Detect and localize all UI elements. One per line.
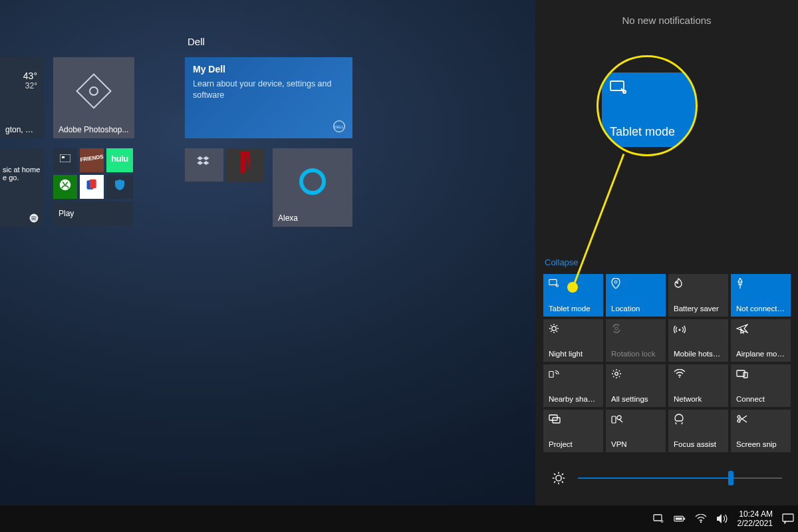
nearby-sharing-icon [549, 368, 598, 379]
app-icon [60, 154, 70, 162]
music-desc: sic at home e go. [3, 166, 40, 182]
alexa-tile[interactable]: Alexa [273, 148, 352, 227]
svg-point-15 [614, 281, 617, 283]
tile-small-solitaire[interactable] [80, 175, 104, 199]
night-light-icon [549, 323, 598, 334]
quick-action-label: Rotation lock [611, 350, 660, 358]
quick-action-network[interactable]: Network [668, 364, 728, 407]
quick-action-vpn[interactable]: VPN [606, 410, 666, 452]
quick-action-label: Mobile hotspot [674, 350, 723, 358]
svg-line-21 [551, 325, 552, 327]
svg-line-45 [562, 473, 563, 475]
vpn-icon [611, 414, 660, 424]
mydell-subtitle: Learn about your device, settings and so… [193, 78, 343, 101]
action-center-icon[interactable] [782, 513, 794, 525]
taskbar-clock[interactable]: 10:24 AM 2/22/2021 [737, 509, 773, 529]
quick-action-label: Night light [549, 350, 598, 358]
weather-location: gton, D.C. [5, 125, 39, 134]
quick-action-project[interactable]: Project [543, 410, 603, 452]
network-icon [674, 368, 723, 379]
quick-action-nearby-sharing[interactable]: Nearby sharing [543, 364, 603, 407]
tray-tablet-icon[interactable] [652, 513, 664, 525]
svg-rect-27 [549, 371, 553, 377]
clock-time: 10:24 AM [737, 509, 773, 519]
svg-line-44 [554, 481, 555, 483]
quick-action-label: Connect [736, 395, 785, 403]
tile-small-friends[interactable]: FRIENDS [80, 148, 104, 172]
quick-action-tablet-mode[interactable]: Tablet mode [543, 274, 603, 317]
mydell-tile[interactable]: My Dell Learn about your device, setting… [185, 57, 352, 138]
svg-point-28 [615, 372, 618, 376]
svg-rect-25 [615, 327, 618, 330]
svg-point-29 [679, 376, 680, 378]
music-tile[interactable]: sic at home e go. [0, 148, 44, 227]
brightness-slider[interactable] [578, 477, 782, 479]
tile-small-xbox[interactable] [53, 175, 77, 199]
cards-icon [85, 178, 98, 192]
svg-rect-50 [675, 517, 682, 520]
play-tile[interactable]: Play [53, 201, 133, 225]
quick-action-screen-snip[interactable]: Screen snip [731, 410, 791, 452]
tile-small-shield[interactable] [106, 175, 133, 199]
brightness-row [535, 456, 798, 505]
quick-action-label: Airplane mode [736, 350, 785, 358]
svg-point-47 [661, 521, 663, 523]
svg-rect-0 [77, 74, 111, 108]
svg-rect-52 [783, 514, 793, 521]
rotation-lock-icon [611, 323, 660, 334]
action-center-panel: No new notifications Tablet mode Collaps… [535, 0, 798, 505]
weather-low: 32° [23, 81, 37, 90]
tablet-mode-zoom-preview: Tablet mode [602, 72, 696, 147]
photoshop-label: Adobe Photoshop... [59, 125, 129, 134]
dropbox-tile[interactable] [185, 148, 223, 182]
svg-point-51 [700, 521, 701, 523]
volume-icon[interactable] [716, 513, 728, 525]
svg-line-42 [554, 473, 555, 475]
quick-action-location[interactable]: Location [606, 274, 666, 317]
tablet-mode-zoom-label: Tablet mode [610, 125, 694, 139]
quick-action-airplane-mode[interactable]: Airplane mode [731, 319, 791, 362]
svg-line-43 [562, 481, 563, 483]
quick-action-not-connected[interactable]: Not connected [731, 274, 791, 317]
friends-icon: FRIENDS [80, 154, 104, 163]
svg-rect-4 [62, 156, 65, 158]
tablet-mode-icon [610, 80, 694, 95]
svg-point-37 [556, 475, 561, 481]
svg-rect-31 [743, 372, 747, 378]
svg-rect-7 [90, 180, 96, 188]
quick-action-battery-saver[interactable]: Battery saver [668, 274, 728, 317]
weather-high: 43° [23, 70, 37, 81]
quick-action-mobile-hotspot[interactable]: Mobile hotspot [668, 319, 728, 362]
wifi-icon[interactable] [695, 513, 707, 525]
quick-action-rotation-lock: Rotation lock [606, 319, 666, 362]
netflix-tile[interactable] [226, 148, 265, 182]
photoshop-tile[interactable]: Adobe Photoshop... [53, 57, 134, 138]
battery-icon[interactable] [674, 513, 686, 525]
project-icon [549, 414, 598, 424]
shield-icon [115, 180, 124, 190]
dell-logo-icon: DELL [332, 120, 346, 133]
svg-rect-13 [549, 279, 557, 285]
quick-action-night-light[interactable]: Night light [543, 319, 603, 362]
svg-line-24 [557, 325, 558, 327]
tile-small-hulu[interactable]: hulu [106, 148, 133, 172]
play-label: Play [59, 209, 74, 218]
svg-line-23 [551, 331, 552, 332]
svg-text:DELL: DELL [334, 125, 344, 129]
start-menu-tiles: Dell 43° 32° gton, D.C. Adobe Photoshop.… [0, 0, 532, 505]
svg-rect-34 [612, 416, 616, 423]
quick-action-connect[interactable]: Connect [731, 364, 791, 407]
svg-point-16 [552, 327, 556, 331]
quick-action-label: Focus assist [674, 440, 723, 448]
quick-action-all-settings[interactable]: All settings [606, 364, 666, 407]
quick-action-label: Not connected [736, 305, 785, 313]
tile-group-label-dell: Dell [188, 36, 205, 47]
svg-line-22 [557, 331, 558, 332]
focus-assist-icon [674, 414, 723, 424]
quick-action-focus-assist[interactable]: Focus assist [668, 410, 728, 452]
collapse-button[interactable]: Collapse [535, 255, 588, 270]
weather-tile[interactable]: 43° 32° gton, D.C. [0, 57, 44, 138]
tile-small-1[interactable] [53, 148, 77, 172]
connect-icon [736, 368, 785, 379]
svg-point-36 [737, 420, 740, 422]
